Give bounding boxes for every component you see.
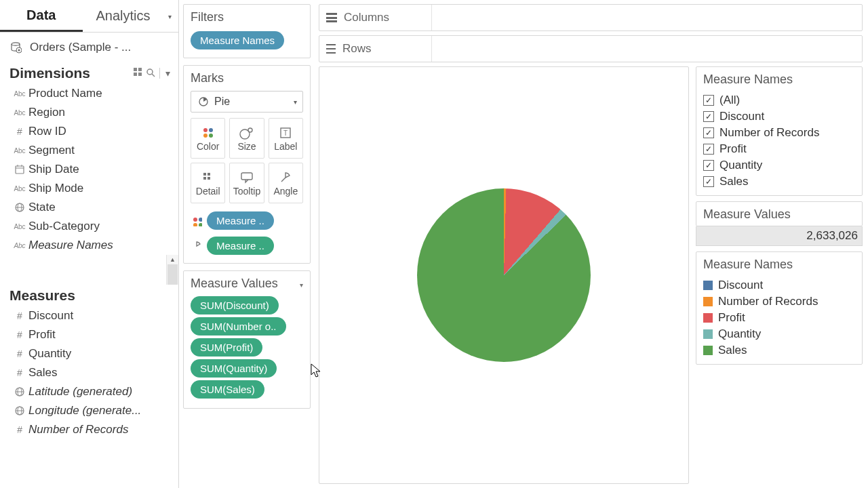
field-type-icon	[11, 165, 28, 174]
measure-value-pill[interactable]: SUM(Discount)	[191, 296, 279, 314]
mark-label-button[interactable]: TLabel	[269, 118, 303, 159]
dimensions-scrollbar[interactable]: ▲ ▼	[166, 255, 178, 285]
legend-title: Measure Names	[703, 258, 855, 272]
color-legend: Measure Names DiscountNumber of RecordsP…	[696, 251, 863, 365]
measure-value-pill[interactable]: SUM(Number o..	[191, 317, 286, 336]
dropdown-caret-icon[interactable]: ▾	[300, 281, 303, 289]
filter-pill-measure-names[interactable]: Measure Names	[191, 31, 284, 49]
tooltip-icon	[240, 169, 254, 186]
field-type-icon: Abc	[11, 185, 28, 192]
legend-item[interactable]: Number of Records	[703, 293, 855, 310]
dimension-field[interactable]: AbcRegion	[0, 103, 178, 122]
field-type-icon: #	[11, 310, 28, 321]
measure-value-pill[interactable]: SUM(Sales)	[191, 380, 264, 399]
color-icon[interactable]	[191, 215, 203, 227]
field-type-icon: #	[11, 348, 28, 359]
field-type-icon	[11, 387, 28, 396]
dimension-field[interactable]: AbcSub-Category	[0, 217, 178, 236]
color-swatch	[703, 346, 713, 355]
field-type-icon	[11, 203, 28, 212]
cards-column: Filters Measure Names Marks Pie ▾ ColorS…	[179, 0, 315, 488]
svg-point-26	[209, 134, 213, 138]
mark-tooltip-button[interactable]: Tooltip	[229, 163, 264, 203]
search-icon[interactable]	[146, 68, 155, 79]
menu-caret-icon[interactable]: ▾	[159, 68, 170, 79]
angle-icon[interactable]	[191, 240, 203, 252]
dropdown-caret-icon: ▾	[294, 98, 297, 106]
filter-checkbox-row[interactable]: ✓(All)	[703, 92, 855, 108]
measure-field[interactable]: #Number of Records	[0, 420, 178, 439]
measure-field[interactable]: #Discount	[0, 306, 178, 325]
mark-angle-button[interactable]: Angle	[269, 163, 303, 203]
color-swatch	[703, 313, 713, 323]
dimension-field[interactable]: AbcMeasure Names	[0, 236, 178, 255]
marks-title: Marks	[191, 71, 303, 85]
tab-data[interactable]: Data	[0, 0, 83, 32]
filter-checkbox-row[interactable]: ✓Quantity	[703, 157, 855, 174]
filter-checkbox-row[interactable]: ✓Sales	[703, 174, 855, 190]
measure-field[interactable]: #Sales	[0, 363, 178, 382]
svg-rect-5	[134, 73, 137, 76]
dimension-field[interactable]: State	[0, 198, 178, 217]
color-icon	[201, 125, 215, 141]
measure-value-pill[interactable]: SUM(Quantity)	[191, 359, 277, 378]
view-grid-icon[interactable]	[134, 68, 142, 79]
scroll-thumb[interactable]	[167, 264, 178, 285]
dimension-field[interactable]: #Row ID	[0, 122, 178, 141]
pie-icon	[198, 96, 209, 107]
svg-point-7	[147, 69, 153, 75]
filters-card: Filters Measure Names	[183, 4, 311, 58]
svg-line-8	[152, 74, 155, 77]
detail-icon	[202, 169, 214, 186]
svg-text:T: T	[283, 129, 288, 137]
checkbox-icon: ✓	[703, 144, 714, 155]
dimension-field[interactable]: AbcSegment	[0, 141, 178, 160]
legend-item[interactable]: Quantity	[703, 326, 855, 342]
legend-item[interactable]: Discount	[703, 277, 855, 293]
size-icon	[239, 125, 254, 141]
viz-canvas[interactable]	[319, 66, 689, 484]
dimension-field[interactable]: AbcShip Mode	[0, 179, 178, 198]
field-type-icon: Abc	[11, 90, 28, 98]
angle-icon	[279, 169, 292, 186]
dimension-field[interactable]: Ship Date	[0, 160, 178, 179]
measure-field[interactable]: #Quantity	[0, 344, 178, 363]
svg-rect-3	[134, 68, 137, 71]
measure-value-pill[interactable]: SUM(Profit)	[191, 338, 262, 357]
mark-pill[interactable]: Measure ..	[207, 237, 274, 255]
measure-field[interactable]: #Profit	[0, 325, 178, 344]
rows-shelf[interactable]: Rows	[319, 35, 863, 62]
mark-detail-button[interactable]: Detail	[191, 163, 225, 203]
legend-item[interactable]: Profit	[703, 310, 855, 326]
columns-shelf[interactable]: Columns	[319, 4, 863, 31]
filter-card-measure-names: Measure Names ✓(All)✓Discount✓Number of …	[696, 66, 863, 196]
mark-size-button[interactable]: Size	[229, 118, 264, 159]
filter-checkbox-row[interactable]: ✓Discount	[703, 108, 855, 125]
measure-values-total: 2,633,026	[696, 226, 863, 246]
mark-type-select[interactable]: Pie ▾	[191, 91, 303, 113]
measure-field[interactable]: Longitude (generate...	[0, 401, 178, 420]
mark-pill[interactable]: Measure ..	[207, 211, 274, 230]
tab-analytics[interactable]: Analytics ▾	[83, 0, 179, 32]
svg-point-25	[203, 134, 208, 138]
svg-point-37	[199, 218, 202, 222]
checkbox-icon: ✓	[703, 111, 714, 122]
measure-values-summary: Measure Values	[696, 201, 863, 226]
svg-point-0	[12, 43, 20, 45]
filter-checkbox-row[interactable]: ✓Number of Records	[703, 125, 855, 141]
data-pane: Data Analytics ▾ Orders (Sample - ... Di…	[0, 0, 179, 488]
mark-color-button[interactable]: Color	[191, 118, 225, 159]
dimension-field[interactable]: AbcProduct Name	[0, 84, 178, 103]
measure-field[interactable]: Latitude (generated)	[0, 382, 178, 401]
svg-rect-33	[203, 177, 206, 180]
field-type-icon: Abc	[11, 223, 28, 230]
svg-rect-6	[138, 73, 142, 76]
label-icon: T	[279, 125, 292, 141]
field-type-icon: #	[11, 329, 28, 340]
filter-checkbox-row[interactable]: ✓Profit	[703, 141, 855, 157]
scroll-up-icon[interactable]: ▲	[168, 255, 177, 264]
field-type-icon: Abc	[11, 147, 28, 155]
field-type-icon: Abc	[11, 109, 28, 117]
datasource-row[interactable]: Orders (Sample - ...	[0, 33, 178, 62]
legend-item[interactable]: Sales	[703, 342, 855, 359]
